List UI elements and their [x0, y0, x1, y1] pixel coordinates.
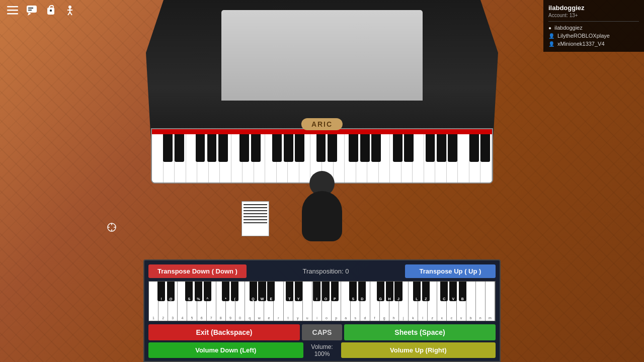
chat-icon[interactable]	[24, 3, 39, 18]
mini-keyboard: 1 2 3 4 5 6 7 8 9	[148, 281, 496, 321]
player-item-2: 👤 xMinionek1337_V4	[548, 40, 639, 48]
transpose-down-button[interactable]: Transpose Down ( Down )	[148, 264, 247, 278]
user-panel: ilabdoggiez Account: 13+ ● ilabdoggiez 👤…	[543, 0, 644, 52]
transpose-row: Transpose Down ( Down ) Transposition: 0…	[148, 264, 496, 278]
mini-black-key-17[interactable]: D	[358, 282, 366, 301]
mini-black-key-11[interactable]: T	[286, 282, 293, 301]
mini-black-key-21[interactable]: L	[413, 282, 421, 301]
svg-rect-0	[7, 6, 18, 8]
piano-body: ARIC	[146, 0, 498, 191]
key-label-bottom-i: i	[316, 316, 317, 320]
sheets-button[interactable]: Sheets (Space)	[344, 324, 496, 340]
piano-key-1	[152, 129, 164, 183]
key-label-bottom-d: d	[364, 316, 366, 320]
key-label-bottom-3: 3	[172, 316, 174, 320]
mini-black-key-12[interactable]: Y	[295, 282, 302, 301]
mini-black-key-13[interactable]: I	[313, 282, 320, 301]
mini-black-key-20[interactable]: J	[394, 282, 402, 301]
mini-black-key-5[interactable]: ^	[204, 282, 211, 301]
key-label-bottom-x: x	[441, 316, 443, 320]
mini-black-key-23[interactable]: C	[440, 282, 448, 301]
svg-marker-4	[28, 13, 31, 16]
key-label-bottom-k: k	[412, 316, 414, 320]
username-display: ilabdoggiez	[548, 4, 639, 12]
mini-black-key-6[interactable]: *	[222, 282, 229, 301]
svg-rect-1	[7, 10, 18, 11]
volume-row: Volume Down (Left) Volume: 100% Volume U…	[148, 342, 496, 358]
mini-black-key-25[interactable]: B	[459, 282, 466, 301]
key-label-bottom-j: j	[403, 316, 404, 320]
mini-black-key-9[interactable]: W	[258, 282, 266, 301]
active-user-item: ● ilabdoggiez	[548, 24, 639, 32]
volume-up-button[interactable]: Volume Up (Right)	[341, 342, 496, 358]
crosshair	[106, 221, 118, 233]
svg-rect-5	[28, 8, 33, 9]
menu-icon[interactable]	[5, 3, 20, 18]
mini-black-key-4[interactable]: %	[195, 282, 202, 301]
mini-black-key-2[interactable]: @	[167, 282, 175, 301]
mini-black-key-10[interactable]: E	[267, 282, 275, 301]
key-label-bottom-b: b	[470, 316, 472, 320]
key-label-bottom-e: e	[268, 316, 270, 320]
active-user-icon: ●	[548, 25, 551, 31]
key-label-bottom-4: 4	[181, 316, 183, 320]
key-label-bottom-l: l	[422, 316, 423, 320]
key-label-bottom-h: h	[393, 316, 395, 320]
key-label-bottom-7: 7	[210, 316, 212, 320]
svg-line-13	[70, 12, 72, 15]
mini-key-b[interactable]: b	[466, 282, 476, 321]
key-label-bottom-z: z	[431, 316, 433, 320]
caps-button[interactable]: CAPS	[302, 324, 342, 340]
key-label-bottom-n: n	[479, 316, 481, 320]
piano-key-24	[413, 129, 424, 183]
mini-black-key-19[interactable]: H	[386, 282, 393, 301]
mini-key-u[interactable]: u	[303, 282, 312, 321]
emote-icon[interactable]	[62, 3, 77, 18]
mini-key-n[interactable]: n	[476, 282, 486, 321]
key-label-bottom-2: 2	[162, 316, 164, 320]
key-label-bottom-t: t	[288, 316, 289, 320]
svg-rect-3	[27, 6, 37, 13]
mini-black-key-24[interactable]: V	[449, 282, 457, 301]
transpose-up-button[interactable]: Transpose Up ( Up )	[405, 264, 496, 278]
key-label-bottom-5: 5	[191, 316, 193, 320]
character-body	[302, 191, 342, 241]
action-buttons-row: Exit (Backspace) CAPS Sheets (Space)	[148, 324, 496, 340]
piano-key-28	[458, 129, 469, 183]
key-label-bottom-8: 8	[220, 316, 222, 320]
key-label-bottom-o: o	[326, 316, 328, 320]
volume-down-button[interactable]: Volume Down (Left)	[148, 342, 303, 358]
key-label-bottom-v: v	[460, 316, 462, 320]
mini-black-key-14[interactable]: O	[322, 282, 330, 301]
key-label-bottom-0: 0	[239, 316, 241, 320]
mini-black-key-18[interactable]: G	[377, 282, 384, 301]
mini-black-key-8[interactable]: Q	[250, 282, 257, 301]
key-label-bottom-p: p	[335, 316, 337, 320]
volume-display: Volume: 100%	[303, 343, 341, 357]
mini-black-key-3[interactable]: S	[185, 282, 193, 301]
exit-button[interactable]: Exit (Backspace)	[148, 324, 300, 340]
key-label-bottom-9: 9	[229, 316, 231, 320]
transposition-display: Transposition: 0	[302, 267, 349, 275]
key-label-bottom-a: a	[345, 316, 347, 320]
mini-black-key-22[interactable]: Z	[422, 282, 430, 301]
key-label-bottom-q: q	[249, 316, 251, 320]
mini-black-key-15[interactable]: P	[331, 282, 339, 301]
character	[272, 171, 372, 241]
sheet-paper	[242, 201, 269, 236]
mini-key-r[interactable]: r	[274, 282, 283, 321]
key-label-bottom-u: u	[306, 316, 308, 320]
piano-ui-panel: Transpose Down ( Down ) Transposition: 0…	[143, 259, 501, 362]
piano-lid	[221, 10, 423, 101]
mini-black-key-7[interactable]: (	[231, 282, 238, 301]
backpack-icon[interactable]	[43, 3, 58, 18]
svg-rect-8	[50, 10, 52, 12]
mini-black-key-16[interactable]: S	[349, 282, 357, 301]
key-label-bottom-c: c	[451, 316, 453, 320]
sheet-stand	[242, 201, 272, 241]
key-label-bottom-m: m	[489, 316, 492, 320]
mini-key-m[interactable]: m	[486, 282, 495, 321]
mini-black-key-1[interactable]: !	[157, 282, 165, 301]
key-label-bottom-w: w	[258, 316, 261, 320]
player-item-1: 👤 LilytheROBLOXplaye	[548, 32, 639, 40]
